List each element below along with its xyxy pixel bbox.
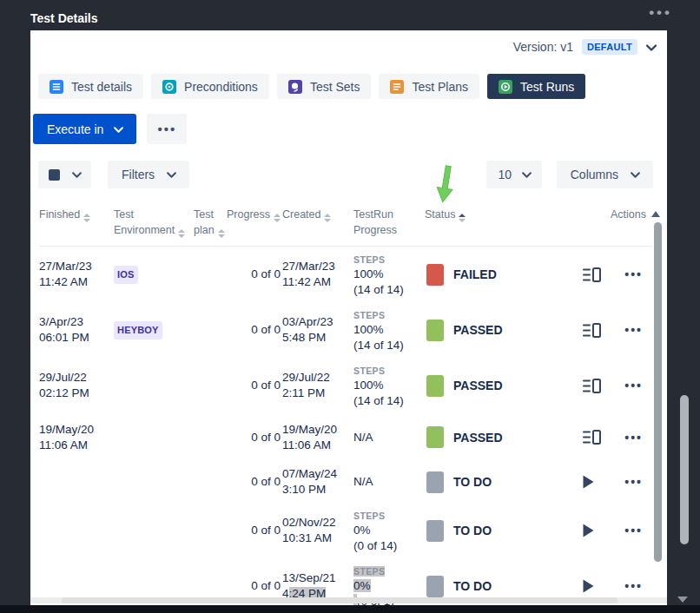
test-plans-icon [390,80,404,94]
finished-line: 27/Mar/23 [39,259,114,274]
sort-icon[interactable] [178,229,185,238]
cell-actions: ••• [571,323,651,338]
status-label: FAILED [453,267,497,281]
execution-details-icon[interactable] [583,323,601,338]
tab-preconditions[interactable]: Preconditions [151,74,269,99]
finished-line: 11:42 AM [39,274,114,290]
created-line: 29/Jul/22 [282,370,353,386]
finished-line: 19/May/20 [39,422,114,438]
select-all-dropdown[interactable] [38,161,91,188]
filters-label: Filters [122,168,155,181]
row-overflow-icon[interactable]: ••• [624,579,643,593]
tab-test-sets[interactable]: Test Sets [277,74,372,99]
cell-testrun-progress: N/A [353,430,425,445]
tab-label: Preconditions [184,80,258,94]
cell-progress: 0 of 0 [227,430,282,445]
cell-progress: 0 of 0 [227,578,282,594]
created-line: 19/May/20 [282,422,353,438]
window-scrollbar-down-icon[interactable] [677,597,688,603]
sort-icon[interactable] [218,229,225,238]
detail-value: (0 of 14) [353,539,397,552]
sort-down-icon [324,219,331,222]
created-line: 10:31 AM [282,531,353,546]
execution-details-icon[interactable] [583,379,601,393]
sort-up-icon [83,214,90,217]
tab-test-plans[interactable]: Test Plans [379,74,479,99]
percent-value: 0% [353,579,371,592]
sort-icon[interactable] [459,214,466,222]
play-icon[interactable] [583,475,594,489]
column-header-label: Progress [227,208,270,221]
filters-dropdown[interactable]: Filters [108,161,189,188]
horizontal-scrollbar[interactable] [30,597,667,603]
finished-line: 02:12 PM [39,386,114,401]
execution-details-icon[interactable] [583,267,601,282]
cell-status: TO DO [425,576,571,597]
cell-test-environment: HEYBOY [114,321,194,339]
cell-status: FAILED [425,264,571,286]
sort-icon[interactable] [274,214,281,222]
row-overflow-icon[interactable]: ••• [624,475,643,489]
sort-icon[interactable] [83,214,90,222]
cell-progress: 0 of 0 [227,267,282,282]
column-header-progress[interactable]: Progress [227,207,282,222]
row-overflow-icon[interactable]: ••• [624,323,643,337]
environment-badge: HEYBOY [114,321,162,339]
version-chevron-down-icon[interactable] [646,44,655,49]
window-scrollbar-thumb[interactable] [680,395,689,544]
play-icon[interactable] [583,579,594,593]
horizontal-scrollbar-thumb[interactable] [62,597,617,603]
execution-details-icon[interactable] [583,430,601,445]
created-line: 2:11 PM [282,386,353,401]
column-header-test-environment[interactable]: Test Environment [114,207,194,238]
cell-finished: 29/Jul/2202:12 PM [39,370,114,401]
row-overflow-icon[interactable]: ••• [624,267,643,281]
cell-finished: 19/May/2011:06 AM [39,422,114,453]
steps-label: STEPS [353,566,385,577]
table-scrollbar-up-icon[interactable] [651,211,660,217]
execute-in-label: Execute in [47,122,103,136]
execute-in-button[interactable]: Execute in [33,114,136,144]
page-size-dropdown[interactable]: 10 [486,161,542,188]
panel-overflow-icon[interactable]: ••• [649,4,672,22]
sort-up-icon [178,229,185,233]
column-header-created[interactable]: Created [282,207,353,222]
columns-dropdown[interactable]: Columns [557,161,653,188]
column-header-status[interactable]: Status [425,207,571,222]
page-size-chevron-down-icon [522,172,531,177]
row-overflow-icon[interactable]: ••• [624,379,643,392]
status-label: TO DO [453,579,492,593]
sort-up-icon [218,229,225,233]
sort-icon[interactable] [324,214,331,222]
column-header-finished[interactable]: Finished [39,207,114,222]
run-progress-steps-label: STEPS [353,564,425,579]
cell-created: 02/Nov/2210:31 AM [282,515,353,546]
status-label: PASSED [453,379,503,392]
cell-testrun-progress: STEPS100%(14 of 14) [353,363,425,409]
table-body: 27/Mar/2311:42 AMIOS0 of 027/Mar/2311:42… [39,247,651,613]
toolbar-overflow-button[interactable]: ••• [147,114,187,144]
preconditions-icon [162,80,176,94]
status-label: PASSED [453,431,503,445]
run-progress-steps-label: STEPS [353,307,425,323]
created-line: 11:06 AM [282,438,353,453]
tab-test-runs[interactable]: Test Runs [487,74,585,99]
select-all-checkbox[interactable] [49,169,60,181]
table-row: 19/May/2011:06 AM0 of 019/May/2011:06 AM… [39,413,651,461]
columns-label: Columns [571,168,618,181]
finished-line: 11:06 AM [39,438,114,453]
column-header-test-plan[interactable]: Test plan [194,207,227,238]
execute-chevron-down-icon [114,127,122,132]
app-window: Test Details ••• Version: v1 DEFAULT Tes… [0,0,700,613]
test-details-panel: Version: v1 DEFAULT Test detailsPrecondi… [30,30,667,605]
table-scrollbar-thumb[interactable] [654,222,662,562]
status-color-swatch [426,426,444,448]
row-overflow-icon[interactable]: ••• [624,524,643,537]
status-label: TO DO [453,475,492,489]
detail-value: (14 of 14) [353,394,404,407]
row-overflow-icon[interactable]: ••• [624,431,643,445]
play-icon[interactable] [583,524,594,537]
cell-actions: ••• [571,379,651,393]
tab-test-details[interactable]: Test details [38,74,143,99]
finished-line: 3/Apr/23 [39,314,114,330]
